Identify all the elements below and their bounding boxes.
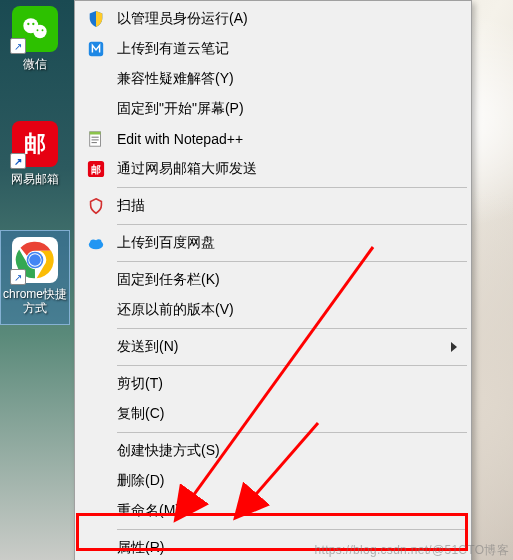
menu-separator: [117, 432, 467, 433]
context-menu: 以管理员身份运行(A) 上传到有道云笔记 兼容性疑难解答(Y) 固定到"开始"屏…: [74, 0, 472, 560]
shortcut-arrow-icon: ↗: [10, 269, 26, 285]
netease-mail-icon: 邮: [85, 158, 107, 180]
watermark: https://blog.csdn.net/@51CTO博客: [315, 542, 509, 559]
icon-label: 网易邮箱: [11, 171, 59, 188]
blank-icon: [85, 440, 107, 462]
desktop-background: ↗ 微信 邮 ↗ 网易邮箱 ↗ chrome快捷方式: [0, 0, 74, 560]
baidu-cloud-icon: [85, 232, 107, 254]
menu-rename[interactable]: 重命名(M): [77, 496, 469, 526]
chevron-right-icon: [451, 342, 457, 352]
chrome-icon: ↗: [12, 237, 58, 283]
menu-label: 删除(D): [117, 472, 164, 490]
menu-compatibility[interactable]: 兼容性疑难解答(Y): [77, 64, 469, 94]
menu-restore-version[interactable]: 还原以前的版本(V): [77, 295, 469, 325]
menu-label: 兼容性疑难解答(Y): [117, 70, 234, 88]
menu-edit-notepad[interactable]: Edit with Notepad++: [77, 124, 469, 154]
menu-pin-start[interactable]: 固定到"开始"屏幕(P): [77, 94, 469, 124]
menu-separator: [117, 224, 467, 225]
blank-icon: [85, 98, 107, 120]
menu-label: 复制(C): [117, 405, 164, 423]
blank-icon: [85, 68, 107, 90]
svg-point-20: [96, 239, 101, 244]
icon-label: 微信: [23, 56, 47, 73]
menu-label: 固定到"开始"屏幕(P): [117, 100, 244, 118]
menu-upload-youdao[interactable]: 上传到有道云笔记: [77, 34, 469, 64]
shield-icon: [85, 8, 107, 30]
blank-icon: [85, 269, 107, 291]
menu-cut[interactable]: 剪切(T): [77, 369, 469, 399]
menu-separator: [117, 365, 467, 366]
svg-point-19: [90, 239, 96, 244]
menu-label: Edit with Notepad++: [117, 131, 243, 147]
notepad-icon: [85, 128, 107, 150]
svg-rect-12: [90, 132, 101, 135]
wechat-icon: ↗: [12, 6, 58, 52]
svg-text:邮: 邮: [91, 164, 101, 175]
icon-label: chrome快捷方式: [3, 287, 67, 316]
desktop-icon-chrome[interactable]: ↗ chrome快捷方式: [0, 230, 70, 325]
menu-send-to[interactable]: 发送到(N): [77, 332, 469, 362]
menu-label: 发送到(N): [117, 338, 178, 356]
menu-separator: [117, 328, 467, 329]
menu-label: 以管理员身份运行(A): [117, 10, 248, 28]
menu-separator: [117, 261, 467, 262]
menu-label: 属性(R): [117, 539, 164, 557]
menu-label: 固定到任务栏(K): [117, 271, 220, 289]
svg-point-1: [33, 25, 46, 38]
svg-point-2: [27, 23, 29, 25]
menu-label: 创建快捷方式(S): [117, 442, 220, 460]
netmail-icon: 邮 ↗: [12, 121, 58, 167]
menu-copy[interactable]: 复制(C): [77, 399, 469, 429]
menu-netease-send[interactable]: 邮 通过网易邮箱大师发送: [77, 154, 469, 184]
youdao-icon: [85, 38, 107, 60]
menu-label: 剪切(T): [117, 375, 163, 393]
svg-point-3: [32, 23, 34, 25]
scan-icon: [85, 195, 107, 217]
menu-label: 重命名(M): [117, 502, 180, 520]
menu-label: 上传到百度网盘: [117, 234, 215, 252]
menu-label: 通过网易邮箱大师发送: [117, 160, 257, 178]
svg-point-9: [29, 254, 41, 266]
menu-label: 上传到有道云笔记: [117, 40, 229, 58]
menu-label: 扫描: [117, 197, 145, 215]
shortcut-arrow-icon: ↗: [10, 38, 26, 54]
menu-pin-taskbar[interactable]: 固定到任务栏(K): [77, 265, 469, 295]
menu-delete[interactable]: 删除(D): [77, 466, 469, 496]
menu-run-as-admin[interactable]: 以管理员身份运行(A): [77, 4, 469, 34]
desktop-icon-netmail[interactable]: 邮 ↗ 网易邮箱: [0, 115, 70, 196]
blank-icon: [85, 470, 107, 492]
menu-upload-baidu[interactable]: 上传到百度网盘: [77, 228, 469, 258]
blank-icon: [85, 403, 107, 425]
shortcut-arrow-icon: ↗: [10, 153, 26, 169]
blank-icon: [85, 500, 107, 522]
menu-create-shortcut[interactable]: 创建快捷方式(S): [77, 436, 469, 466]
blank-icon: [85, 299, 107, 321]
menu-label: 还原以前的版本(V): [117, 301, 234, 319]
menu-separator: [117, 187, 467, 188]
blank-icon: [85, 336, 107, 358]
svg-point-5: [42, 29, 44, 31]
svg-point-4: [37, 29, 39, 31]
menu-scan[interactable]: 扫描: [77, 191, 469, 221]
desktop-icon-wechat[interactable]: ↗ 微信: [0, 0, 70, 81]
blank-icon: [85, 537, 107, 559]
blank-icon: [85, 373, 107, 395]
menu-separator: [117, 529, 467, 530]
